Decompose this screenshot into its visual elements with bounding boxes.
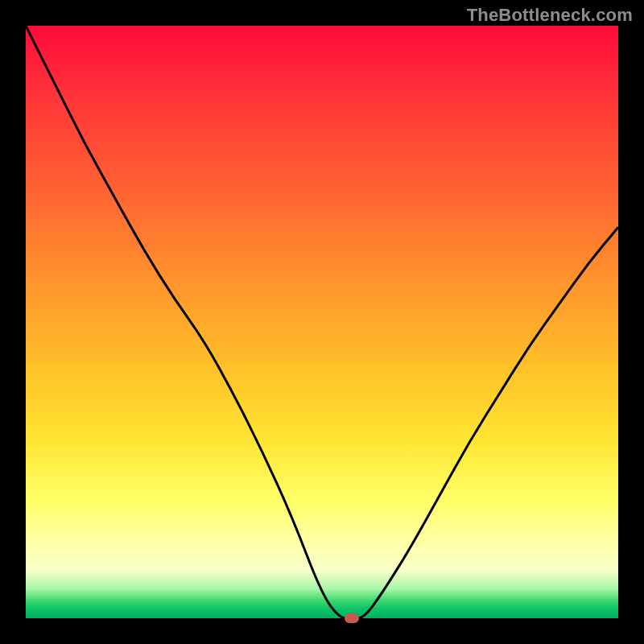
chart-frame: TheBottleneck.com [0, 0, 644, 644]
optimal-point-marker [345, 613, 359, 623]
bottleneck-curve [26, 26, 618, 618]
plot-area [26, 26, 618, 618]
watermark-text: TheBottleneck.com [467, 5, 633, 26]
curve-svg [26, 26, 618, 618]
